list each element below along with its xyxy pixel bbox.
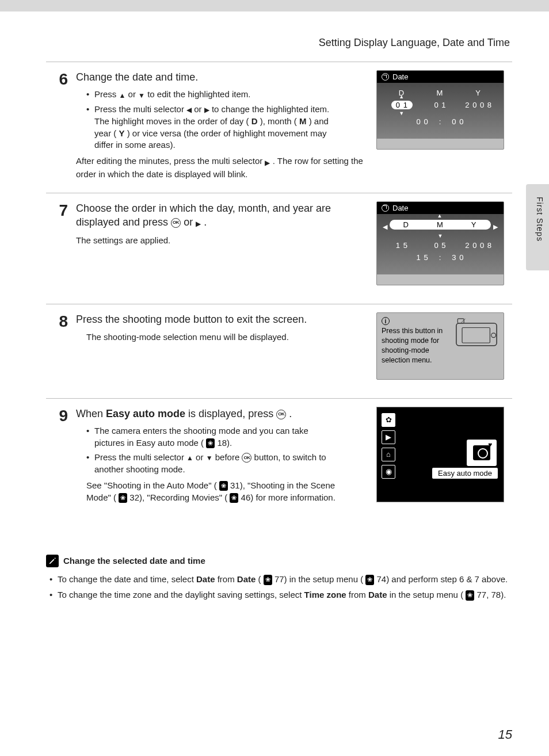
- step-6-date-panel: Date D M Y ▲ 0 1 ▼: [376, 70, 504, 150]
- svg-point-3: [491, 333, 496, 337]
- label-d: D: [403, 220, 410, 229]
- step-6-after: After editing the minutes, press the mul…: [76, 155, 504, 180]
- step-9-bullet-2: Press the multi selector or before OK bu…: [86, 452, 341, 476]
- value-hour: 0 0: [417, 117, 429, 126]
- step-7: 7 Date ◀ ▲ D M: [46, 193, 512, 304]
- clock-icon: [382, 204, 389, 212]
- triangle-left-icon: [186, 104, 192, 116]
- value-minute: 0 0: [452, 117, 464, 126]
- note-pencil-icon: [46, 555, 59, 567]
- step-9-bullet-1: The camera enters the shooting mode and …: [86, 425, 341, 449]
- step-7-date-panel: Date ◀ ▲ D M Y ▶ ▼: [376, 201, 504, 285]
- triangle-up-icon: [119, 89, 126, 101]
- easy-auto-mode-glyph: [467, 440, 497, 466]
- mode-movie-icon: ▶: [382, 430, 395, 444]
- info-icon: i: [382, 317, 390, 325]
- panel-title: Date: [392, 204, 408, 212]
- step-8-title: Press the shooting mode button to exit t…: [76, 312, 341, 326]
- label-m: M: [437, 220, 444, 229]
- triangle-up-icon: [186, 452, 193, 464]
- easy-auto-mode-label: Easy auto mode: [432, 468, 498, 479]
- triangle-right-icon: [196, 216, 201, 230]
- step-9-screen: ✿ ▶ ⌂ ◉ Easy auto mode: [376, 407, 504, 502]
- page-ref-icon: ❀: [119, 493, 127, 503]
- value-year: 2 0 0 8: [459, 101, 498, 109]
- note-bullet-1: To change the date and time, select Date…: [48, 573, 512, 585]
- value-year: 2 0 0 8: [459, 241, 498, 250]
- page-ref-icon: ❀: [466, 590, 474, 601]
- mode-easy-auto-icon: ✿: [382, 413, 395, 427]
- step-8: 8 i Press this button in shooting mode f…: [46, 304, 512, 399]
- page-ref-icon: ❀: [219, 481, 228, 491]
- step-6: 6 Date D M Y: [46, 62, 512, 193]
- triangle-up-icon: ▲: [399, 94, 405, 100]
- info-text: Press this button in shooting mode for s…: [382, 326, 451, 365]
- value-day: 1 5: [383, 241, 421, 250]
- ok-icon: OK: [171, 218, 181, 228]
- clock-icon: [382, 73, 389, 81]
- step-8-num: 8: [46, 312, 68, 385]
- panel-title: Date: [392, 72, 408, 81]
- step-9-num: 9: [46, 407, 68, 508]
- triangle-right-icon: ▶: [493, 223, 498, 231]
- mode-icon-strip: ✿ ▶ ⌂ ◉: [382, 413, 395, 479]
- note-section: Change the selected date and time To cha…: [46, 555, 512, 601]
- triangle-up-icon: ▲: [437, 213, 444, 219]
- page-number: 15: [498, 727, 512, 742]
- step-6-bullet-2: Press the multi selector or to change th…: [86, 104, 341, 151]
- step-6-num: 6: [46, 70, 68, 180]
- value-day-highlighted: ▲ 0 1 ▼: [383, 101, 421, 109]
- label-y: Y: [471, 220, 478, 229]
- page-ref-icon: ❀: [206, 438, 215, 448]
- step-6-bullet-1: Press or to edit the highlighted item.: [86, 89, 341, 101]
- note-bullet-2: To change the time zone and the daylight…: [48, 589, 512, 601]
- triangle-down-icon: [206, 452, 213, 464]
- step-9-para: See "Shooting in the Auto Mode" ( ❀ 31),…: [76, 479, 341, 503]
- triangle-left-icon: ◀: [383, 223, 387, 231]
- page-ref-icon: ❀: [230, 493, 238, 503]
- page-ref-icon: ❀: [264, 575, 272, 585]
- step-9: 9 ✿ ▶ ⌂ ◉ Easy auto mode When: [46, 398, 512, 521]
- step-7-num: 7: [46, 201, 68, 291]
- value-minute: 3 0: [452, 253, 464, 262]
- triangle-down-icon: [138, 89, 145, 101]
- step-8-infobox: i Press this button in shooting mode for…: [376, 312, 504, 380]
- svg-rect-1: [462, 327, 490, 343]
- page-header-title: Setting Display Language, Date and Time: [46, 37, 512, 62]
- label-y: Y: [459, 89, 498, 97]
- ok-icon: OK: [276, 410, 286, 419]
- triangle-right-icon: [265, 156, 270, 168]
- triangle-right-icon: [204, 104, 209, 116]
- side-tab-label: First Steps: [535, 197, 544, 242]
- note-title: Change the selected date and time: [63, 556, 205, 566]
- mode-scene-icon: ⌂: [382, 448, 395, 461]
- value-month: 0 1: [421, 101, 460, 109]
- label-m: M: [421, 89, 460, 97]
- ok-icon: OK: [242, 453, 251, 463]
- mode-auto-icon: ◉: [382, 465, 395, 479]
- value-hour: 1 5: [417, 253, 429, 262]
- triangle-down-icon: ▼: [383, 233, 498, 239]
- page-ref-icon: ❀: [365, 575, 374, 585]
- triangle-down-icon: ▼: [399, 110, 405, 116]
- value-month: 0 5: [421, 241, 460, 250]
- camera-diagram-icon: [454, 316, 499, 348]
